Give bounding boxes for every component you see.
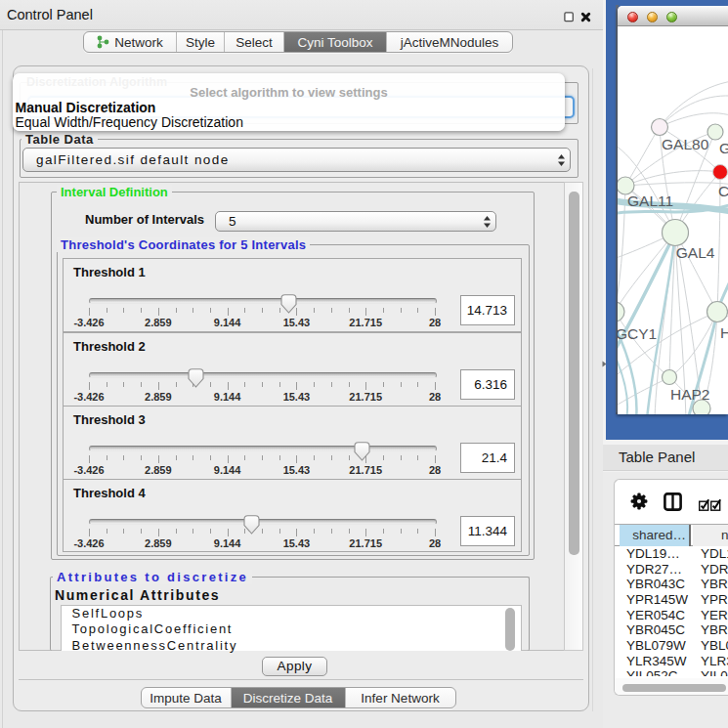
- svg-text:GAL80: GAL80: [662, 136, 709, 152]
- svg-text:GAL11: GAL11: [627, 193, 673, 209]
- svg-text:GCY1: GCY1: [618, 325, 657, 342]
- svg-text:HAP2: HAP2: [670, 386, 710, 403]
- svg-text:GAL4: GAL4: [676, 244, 715, 261]
- svg-text:C: C: [718, 183, 728, 199]
- svg-text:H: H: [720, 324, 728, 341]
- svg-text:GA: GA: [719, 140, 728, 156]
